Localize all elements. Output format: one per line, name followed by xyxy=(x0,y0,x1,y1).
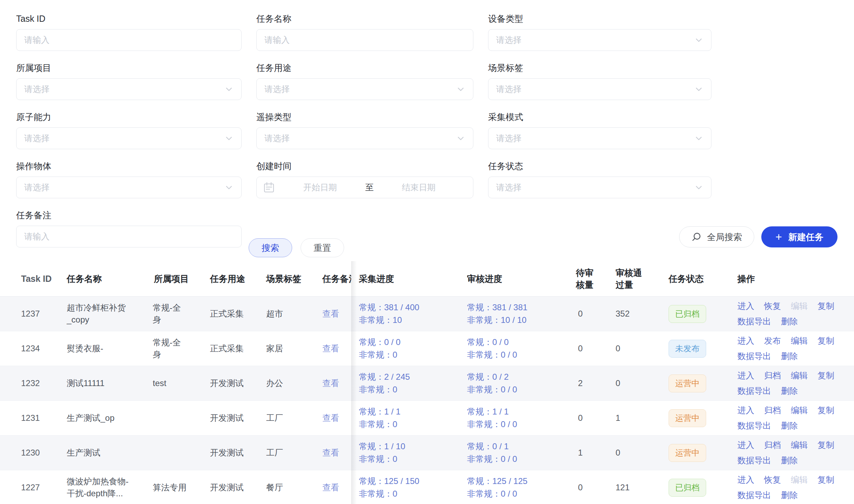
status-cell: 未发布 xyxy=(667,340,730,358)
view-remark-link[interactable]: 查看 xyxy=(322,309,339,318)
collect-regular[interactable]: 常规：2 / 245 xyxy=(359,371,464,383)
task-remark-input[interactable] xyxy=(16,226,242,247)
action-link[interactable]: 删除 xyxy=(781,455,798,466)
start-date-placeholder[interactable]: 开始日期 xyxy=(275,182,365,193)
action-link[interactable]: 数据导出 xyxy=(737,316,771,327)
calendar-icon xyxy=(263,181,275,193)
action-link[interactable]: 进入 xyxy=(737,301,754,311)
remark-cell: 查看 xyxy=(321,343,351,354)
review-regular[interactable]: 常规：381 / 381 xyxy=(467,301,572,314)
collect-regular[interactable]: 常规：125 / 150 xyxy=(359,475,464,488)
action-link[interactable]: 归档 xyxy=(764,440,781,450)
action-link[interactable]: 进入 xyxy=(737,370,754,381)
search-button[interactable]: 搜索 xyxy=(249,238,292,257)
action-link[interactable]: 复制 xyxy=(817,301,834,311)
status-cell: 运营中 xyxy=(667,444,730,462)
task-name-input[interactable] xyxy=(256,29,473,51)
action-link[interactable]: 归档 xyxy=(764,405,781,416)
action-link[interactable]: 进入 xyxy=(737,336,754,346)
review-irregular[interactable]: 非常规：0 / 0 xyxy=(467,349,572,361)
collect-regular[interactable]: 常规：381 / 400 xyxy=(359,301,464,314)
pending-count-cell: 0 xyxy=(572,344,613,353)
action-link[interactable]: 数据导出 xyxy=(737,420,771,431)
collect-mode-select[interactable]: 请选择 xyxy=(488,127,711,149)
end-date-placeholder[interactable]: 结束日期 xyxy=(374,182,464,193)
select-placeholder: 请选择 xyxy=(24,133,224,144)
action-link[interactable]: 删除 xyxy=(781,386,798,396)
action-link[interactable]: 复制 xyxy=(817,336,834,346)
action-link[interactable]: 归档 xyxy=(764,370,781,381)
device-type-select[interactable]: 请选择 xyxy=(488,29,711,51)
action-link[interactable]: 删除 xyxy=(781,490,798,500)
action-link[interactable]: 复制 xyxy=(817,405,834,416)
collect-irregular[interactable]: 非常规：0 xyxy=(359,418,464,431)
action-link[interactable]: 进入 xyxy=(737,440,754,450)
action-link[interactable]: 恢复 xyxy=(764,475,781,485)
collect-regular[interactable]: 常规：0 / 0 xyxy=(359,336,464,349)
view-remark-link[interactable]: 查看 xyxy=(322,378,339,388)
collect-regular[interactable]: 常规：1 / 1 xyxy=(359,405,464,418)
field-label: 任务用途 xyxy=(256,62,473,73)
review-regular[interactable]: 常规：1 / 1 xyxy=(467,405,572,418)
action-link[interactable]: 编辑 xyxy=(791,440,808,450)
global-search-button[interactable]: 全局搜索 xyxy=(679,226,754,247)
action-link[interactable]: 数据导出 xyxy=(737,386,771,396)
task-id-input[interactable] xyxy=(16,29,242,51)
collect-regular[interactable]: 常规：1 / 10 xyxy=(359,440,464,453)
review-irregular[interactable]: 非常规：0 / 0 xyxy=(467,383,572,396)
action-link[interactable]: 编辑 xyxy=(791,405,808,416)
action-link[interactable]: 编辑 xyxy=(791,336,808,346)
view-remark-link[interactable]: 查看 xyxy=(322,344,339,353)
collect-irregular[interactable]: 非常规：0 xyxy=(359,383,464,396)
table-row: 1230 生产测试 开发测试 工厂 查看 常规：1 / 10 非常规：0 常规：… xyxy=(0,436,854,470)
review-irregular[interactable]: 非常规：0 / 0 xyxy=(467,488,572,500)
action-link[interactable]: 复制 xyxy=(817,475,834,485)
collect-irregular[interactable]: 非常规：0 xyxy=(359,349,464,361)
view-remark-link[interactable]: 查看 xyxy=(322,413,339,423)
action-link[interactable]: 复制 xyxy=(817,370,834,381)
view-remark-link[interactable]: 查看 xyxy=(322,483,339,492)
scene-tag-select[interactable]: 请选择 xyxy=(488,78,711,100)
review-irregular[interactable]: 非常规：10 / 10 xyxy=(467,314,572,326)
action-link[interactable]: 编辑 xyxy=(791,301,808,311)
scene-cell: 超市 xyxy=(265,308,321,319)
review-regular[interactable]: 常规：125 / 125 xyxy=(467,475,572,488)
action-link[interactable]: 进入 xyxy=(737,475,754,485)
project-cell: test xyxy=(153,377,209,389)
collect-irregular[interactable]: 非常规：0 xyxy=(359,453,464,465)
action-link[interactable]: 数据导出 xyxy=(737,490,771,500)
collect-irregular[interactable]: 非常规：0 xyxy=(359,488,464,500)
review-regular[interactable]: 常规：0 / 0 xyxy=(467,336,572,349)
purpose-select[interactable]: 请选择 xyxy=(256,78,473,100)
review-progress-cell: 常规：125 / 125 非常规：0 / 0 xyxy=(464,475,572,500)
action-link[interactable]: 复制 xyxy=(817,440,834,450)
action-link[interactable]: 发布 xyxy=(764,336,781,346)
collect-progress-cell: 常规：125 / 150 非常规：0 xyxy=(351,475,464,500)
action-link[interactable]: 删除 xyxy=(781,316,798,327)
action-link[interactable]: 删除 xyxy=(781,420,798,431)
action-link[interactable]: 数据导出 xyxy=(737,455,771,466)
task-status-select[interactable]: 请选择 xyxy=(488,177,711,198)
action-link[interactable]: 恢复 xyxy=(764,301,781,311)
review-irregular[interactable]: 非常规：0 / 0 xyxy=(467,418,572,431)
review-regular[interactable]: 常规：0 / 1 xyxy=(467,440,572,453)
action-link[interactable]: 编辑 xyxy=(791,370,808,381)
new-task-button[interactable]: + 新建任务 xyxy=(761,226,837,247)
action-link[interactable]: 删除 xyxy=(781,351,798,362)
project-select[interactable]: 请选择 xyxy=(16,78,242,100)
teleop-type-select[interactable]: 请选择 xyxy=(256,127,473,149)
atomic-ability-select[interactable]: 请选择 xyxy=(16,127,242,149)
collect-irregular[interactable]: 非常规：10 xyxy=(359,314,464,326)
task-id-cell: 1227 xyxy=(0,483,67,492)
new-task-label: 新建任务 xyxy=(788,231,823,243)
action-link[interactable]: 进入 xyxy=(737,405,754,416)
operate-object-select[interactable]: 请选择 xyxy=(16,177,242,198)
reset-button[interactable]: 重置 xyxy=(301,238,344,257)
create-time-range-picker[interactable]: 开始日期 至 结束日期 xyxy=(256,177,473,198)
search-icon xyxy=(691,232,702,242)
action-link[interactable]: 编辑 xyxy=(791,475,808,485)
review-irregular[interactable]: 非常规：0 / 0 xyxy=(467,453,572,465)
review-regular[interactable]: 常规：0 / 2 xyxy=(467,371,572,383)
action-link[interactable]: 数据导出 xyxy=(737,351,771,362)
view-remark-link[interactable]: 查看 xyxy=(322,448,339,457)
